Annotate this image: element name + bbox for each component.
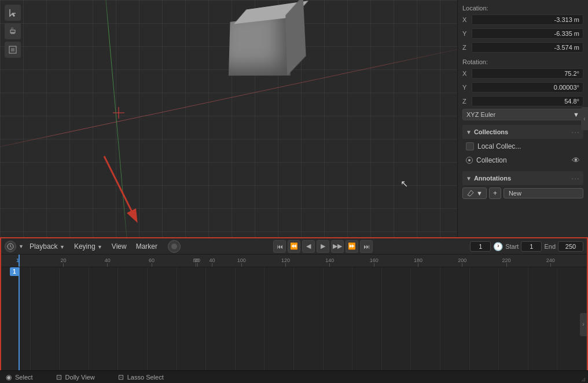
location-z-value[interactable]: -3.574 m — [472, 42, 583, 53]
record-dot — [171, 244, 177, 249]
play-button[interactable]: ▶ — [317, 240, 329, 253]
rotation-z-value[interactable]: 54.8° — [472, 96, 583, 106]
ruler-tick-220: 220 — [502, 257, 511, 267]
lasso-label: Lasso Select — [127, 374, 164, 381]
ruler-tick-80: 80 — [193, 257, 199, 267]
location-y-value[interactable]: -6.335 m — [472, 28, 583, 39]
jump-start-button[interactable]: ⏮ — [273, 240, 286, 253]
step-forward-button[interactable]: ▶▶ — [331, 240, 344, 253]
timeline-header: ▼ Playback ▼ Keying ▼ View Marker ⏮ ⏪ ◀ … — [1, 238, 587, 255]
frame-position-line — [19, 267, 20, 381]
timeline-col — [324, 267, 353, 381]
annotations-options-icon[interactable]: ··· — [571, 174, 580, 183]
playback-arrow: ▼ — [60, 244, 65, 250]
jump-end-button[interactable]: ⏭ — [360, 240, 373, 253]
ruler-tick-200: 200 — [458, 257, 466, 267]
timeline-sidebar-toggle[interactable]: › — [580, 313, 587, 336]
collections-section: ▼ Collections ··· Local Collec... Collec… — [462, 125, 583, 167]
ruler-tick-140: 140 — [325, 257, 334, 267]
toolbar-icon-move[interactable]: ⊡ — [5, 23, 21, 39]
timeline-col — [440, 267, 470, 381]
location-x-axis: X — [462, 16, 472, 23]
3d-viewport[interactable]: ↖ ⊡ — [0, 0, 457, 237]
record-button[interactable] — [168, 240, 181, 253]
select-label: Select — [15, 374, 33, 381]
collection-visibility-icon[interactable]: 👁 — [572, 156, 580, 165]
timeline-col — [31, 267, 60, 381]
timeline-content[interactable]: 1 › — [1, 267, 587, 381]
collection-name: Collection — [476, 156, 507, 164]
toolbar-icon-cursor[interactable] — [5, 5, 21, 21]
timeline-col — [528, 267, 558, 381]
euler-mode-select[interactable]: XYZ Euler ▼ — [462, 109, 583, 120]
ruler-tick-180: 180 — [414, 257, 422, 267]
location-x-row: X -3.313 m — [462, 13, 583, 26]
collections-options-icon[interactable]: ··· — [571, 127, 580, 137]
svg-rect-6 — [11, 48, 14, 51]
end-label: End — [544, 243, 556, 250]
timeline-col — [382, 267, 411, 381]
3d-cursor — [113, 107, 124, 119]
keying-label: Keying — [74, 242, 95, 251]
location-z-row: Z -3.574 m — [462, 41, 583, 54]
timeline-menu-marker[interactable]: Marker — [133, 241, 161, 252]
start-end-group: Start 1 End 250 — [505, 241, 583, 252]
collections-header[interactable]: ▼ Collections ··· — [462, 125, 583, 139]
timeline[interactable]: ▼ Playback ▼ Keying ▼ View Marker ⏮ ⏪ ◀ … — [0, 237, 588, 383]
current-frame-input[interactable]: 1 — [470, 241, 491, 252]
ruler-tick-160: 160 — [370, 257, 378, 267]
viewport-toolbar: ⊡ — [5, 5, 21, 58]
toolbar-icon-transform[interactable] — [5, 42, 21, 58]
rotation-x-value[interactable]: 75.2° — [472, 68, 583, 79]
annotations-section: ▼ Annotations ··· ▼ + New — [462, 171, 583, 199]
end-frame-input[interactable]: 250 — [558, 241, 583, 252]
ruler-marks: 20406080100120140160180200220240 — [1, 255, 587, 267]
clock-icon: 🕐 — [493, 242, 503, 251]
annotation-arrow — [93, 150, 156, 237]
lasso-icon: ⊡ — [118, 373, 124, 381]
start-frame-input[interactable]: 1 — [521, 241, 542, 252]
timeline-controls: ⏮ ⏪ ◀ ▶ ▶▶ ⏩ ⏭ — [273, 240, 373, 253]
prev-keyframe-button[interactable]: ⏪ — [288, 240, 300, 253]
timeline-menu-view[interactable]: View — [108, 241, 130, 252]
timeline-ruler[interactable]: 1 20 40 20406080100120140160180200220240 — [1, 255, 587, 267]
frame-number-indicator: 1 — [10, 267, 19, 276]
rotation-section: Rotation: X 75.2° Y 0.00003° Z 54.8° XYZ… — [462, 58, 583, 120]
ruler-tick-20: 20 — [60, 257, 66, 267]
local-collect-checkbox[interactable] — [466, 142, 474, 150]
annotation-add-button[interactable]: + — [489, 187, 501, 199]
annotation-new-button[interactable]: New — [504, 188, 583, 198]
ruler-tick-40: 40 — [105, 257, 111, 267]
rotation-z-row: Z 54.8° — [462, 95, 583, 108]
timeline-dropdown-arrow[interactable]: ▼ — [19, 244, 24, 249]
timeline-col — [470, 267, 499, 381]
annotation-new-label: New — [509, 190, 521, 197]
timeline-grid — [1, 267, 587, 381]
annotations-header[interactable]: ▼ Annotations ··· — [462, 171, 583, 185]
svg-text:⊡: ⊡ — [11, 27, 13, 30]
rotation-y-value[interactable]: 0.00003° — [472, 82, 583, 93]
keying-arrow: ▼ — [97, 244, 102, 250]
collections-collapse-icon: ▼ — [466, 129, 472, 135]
annotations-controls: ▼ + New — [462, 187, 583, 199]
timeline-col — [60, 267, 89, 381]
ruler-tick-240: 240 — [546, 257, 555, 267]
corner-resize-handle[interactable]: ⊿ — [581, 376, 587, 382]
location-y-row: Y -6.335 m — [462, 27, 583, 40]
status-dolly: ⊡ Dolly View — [56, 373, 95, 381]
step-back-button[interactable]: ◀ — [302, 240, 315, 253]
svg-rect-3 — [11, 32, 14, 34]
annotation-type-dropdown[interactable]: ▼ — [462, 187, 487, 199]
cube-mesh — [229, 15, 291, 76]
timeline-col — [177, 267, 207, 381]
local-collect-row: Local Collec... — [462, 141, 583, 152]
dolly-icon: ⊡ — [56, 373, 62, 381]
timeline-mode-icon[interactable] — [5, 241, 16, 252]
annotations-collapse-icon: ▼ — [466, 175, 472, 182]
location-section: Location: X -3.313 m Y -6.335 m Z -3.574… — [462, 5, 583, 54]
properties-sidebar-toggle[interactable]: ‹ — [581, 107, 588, 130]
next-keyframe-button[interactable]: ⏩ — [346, 240, 358, 253]
location-x-value[interactable]: -3.313 m — [472, 14, 583, 25]
timeline-menu-keying[interactable]: Keying ▼ — [71, 241, 106, 252]
timeline-menu-playback[interactable]: Playback ▼ — [26, 241, 68, 252]
